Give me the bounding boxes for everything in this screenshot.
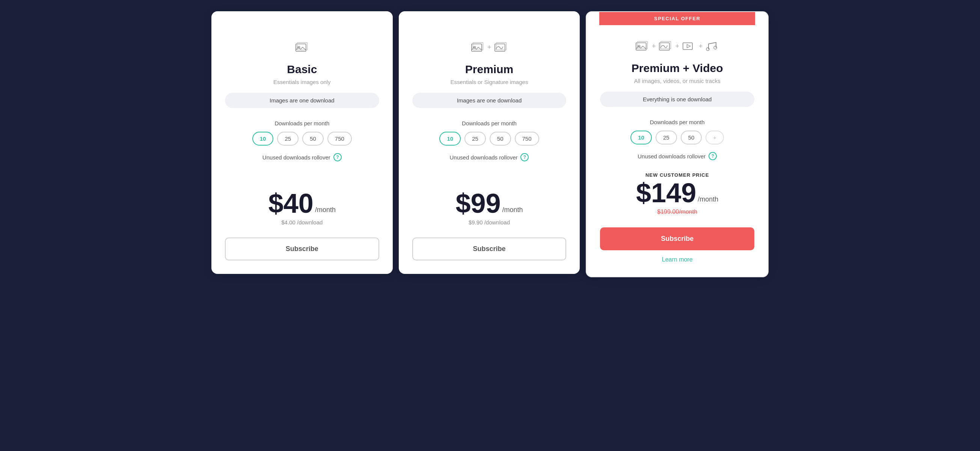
rollover-label-basic: Unused downloads rollover	[262, 154, 331, 160]
svg-marker-14	[687, 44, 690, 48]
option-10-pv[interactable]: 10	[630, 130, 652, 145]
price-period-premium: /month	[503, 206, 523, 217]
subscribe-button-premium[interactable]: Subscribe	[412, 238, 566, 260]
download-options-premium: 10 25 50 750	[412, 132, 566, 146]
video-icon	[682, 40, 696, 53]
plan-name-pv: Premium + Video	[600, 62, 754, 75]
plan-card-basic: Basic Essentials images only Images are …	[212, 11, 393, 274]
rollover-label-premium: Unused downloads rollover	[450, 154, 518, 160]
card-inner-basic: Basic Essentials images only Images are …	[225, 26, 379, 260]
subscribe-button-pv[interactable]: Subscribe	[600, 227, 754, 250]
downloads-label-premium: Downloads per month	[412, 120, 566, 127]
card-inner-premium-video: + + +	[600, 25, 754, 263]
price-main-basic: $40	[269, 190, 313, 217]
rollover-premium: Unused downloads rollover ?	[412, 153, 566, 161]
plus-icon-v1: +	[652, 42, 656, 50]
learn-more-pv[interactable]: Learn more	[600, 256, 754, 263]
option-50-pv[interactable]: 50	[681, 130, 702, 145]
signature-icon-video	[659, 40, 672, 53]
plus-icon-1: +	[487, 43, 492, 51]
rollover-help-pv[interactable]: ?	[708, 152, 717, 160]
price-period-basic: /month	[315, 206, 336, 217]
option-50-premium[interactable]: 50	[490, 132, 511, 146]
plan-card-premium-video: SPECIAL OFFER + +	[586, 11, 768, 277]
download-options-basic: 10 25 50 750	[225, 132, 379, 146]
plan-desc-basic: Essentials images only	[225, 79, 379, 85]
price-main-pv: $149	[636, 179, 696, 206]
download-badge-pv: Everything is one download	[600, 92, 754, 107]
download-badge-premium: Images are one download	[412, 93, 566, 108]
option-25-pv[interactable]: 25	[655, 130, 677, 145]
new-customer-label: NEW CUSTOMER PRICE	[600, 172, 754, 178]
plus-icon-v2: +	[675, 42, 679, 50]
music-icon	[706, 40, 719, 53]
price-row-premium: $99 /month	[412, 190, 566, 217]
option-50-basic[interactable]: 50	[302, 132, 324, 146]
downloads-label-basic: Downloads per month	[225, 120, 379, 127]
download-badge-basic: Images are one download	[225, 93, 379, 108]
downloads-label-pv: Downloads per month	[600, 119, 754, 125]
images-icon	[295, 41, 309, 54]
pricing-section: Basic Essentials images only Images are …	[208, 8, 772, 277]
plan-desc-pv: All images, videos, or music tracks	[600, 78, 754, 84]
images-icon-video	[635, 40, 649, 53]
price-main-premium: $99	[455, 190, 501, 217]
svg-rect-13	[683, 43, 692, 49]
rollover-help-premium[interactable]: ?	[520, 153, 529, 161]
option-10-basic[interactable]: 10	[252, 132, 274, 146]
option-plus-pv[interactable]: +	[706, 130, 724, 145]
images-icon-premium	[471, 41, 484, 54]
price-row-basic: $40 /month	[225, 190, 379, 217]
option-750-premium[interactable]: 750	[515, 132, 539, 146]
download-options-pv: 10 25 50 +	[600, 130, 754, 145]
price-period-pv: /month	[698, 195, 718, 206]
option-10-premium[interactable]: 10	[439, 132, 461, 146]
special-offer-banner: SPECIAL OFFER	[599, 12, 755, 25]
plan-icon-premium: +	[412, 38, 566, 57]
price-row-pv: $149 /month	[600, 179, 754, 206]
icon-group-premium: +	[471, 41, 508, 54]
price-original-pv: $199.00/month	[600, 209, 754, 215]
option-750-basic[interactable]: 750	[328, 132, 352, 146]
plan-card-premium: + Premium Essentials or Signature images…	[399, 11, 580, 274]
option-25-basic[interactable]: 25	[277, 132, 299, 146]
price-per-dl-basic: $4.00 /download	[225, 219, 379, 226]
option-25-premium[interactable]: 25	[465, 132, 486, 146]
icon-group-premium-video: + + +	[635, 40, 719, 53]
card-inner-premium: + Premium Essentials or Signature images…	[412, 26, 566, 260]
price-per-dl-premium: $9.90 /download	[412, 219, 566, 226]
plan-icon-premium-video: + + +	[600, 37, 754, 56]
plan-desc-premium: Essentials or Signature images	[412, 79, 566, 85]
rollover-help-basic[interactable]: ?	[333, 153, 342, 161]
plan-name-basic: Basic	[225, 63, 379, 76]
rollover-label-pv: Unused downloads rollover	[638, 153, 706, 159]
subscribe-button-basic[interactable]: Subscribe	[225, 238, 379, 260]
spacer-basic	[225, 173, 379, 190]
rollover-pv: Unused downloads rollover ?	[600, 152, 754, 160]
signature-icon-premium	[494, 41, 508, 54]
spacer-premium	[412, 173, 566, 190]
plan-name-premium: Premium	[412, 63, 566, 76]
rollover-basic: Unused downloads rollover ?	[225, 153, 379, 161]
plan-icon-basic	[225, 38, 379, 57]
plus-icon-v3: +	[699, 42, 703, 50]
